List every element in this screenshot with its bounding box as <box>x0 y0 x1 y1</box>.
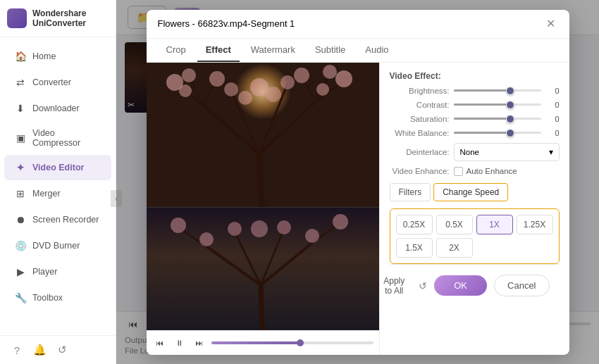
modal-tabs: Crop Effect Watermark Subtitle Audio <box>147 39 569 63</box>
contrast-fill <box>454 103 511 106</box>
sidebar-item-downloader[interactable]: ⬇ Downloader <box>4 96 111 121</box>
app-logo <box>7 8 27 28</box>
sidebar-item-merger[interactable]: ⊞ Merger <box>4 181 111 206</box>
sidebar-item-home[interactable]: 🏠 Home <box>4 44 111 69</box>
sidebar-item-converter[interactable]: ⇄ Converter <box>4 70 111 95</box>
modal-prev-button[interactable]: ⏮ <box>152 335 168 351</box>
speed-btn-2[interactable]: 2X <box>436 238 473 258</box>
white-balance-value: 0 <box>545 129 560 137</box>
tab-effect[interactable]: Effect <box>197 39 240 62</box>
video-editor-icon: ✦ <box>14 161 27 174</box>
tab-filters[interactable]: Filters <box>390 183 431 201</box>
notification-icon[interactable]: 🔔 <box>32 343 47 357</box>
reset-icon[interactable]: ↺ <box>419 280 427 291</box>
modal-playback-controls: ⏮ ⏸ ⏭ <box>147 330 379 355</box>
saturation-fill <box>454 118 511 120</box>
home-icon: 🏠 <box>14 50 27 63</box>
modal-video-section: Output Preview 00:01/00:06 <box>147 63 379 355</box>
tab-watermark[interactable]: Watermark <box>242 39 304 62</box>
saturation-value: 0 <box>545 115 560 123</box>
sidebar-item-toolbox[interactable]: 🔧 Toolbox <box>4 285 111 310</box>
auto-enhance-label: Auto Enhance <box>467 167 517 175</box>
modal-title: Flowers - 66823v.mp4-Segment 1 <box>158 18 295 29</box>
speed-btn-05[interactable]: 0.5X <box>436 215 473 234</box>
sidebar-item-dvd-burner[interactable]: 💿 DVD Burner <box>4 233 111 258</box>
refresh-icon[interactable]: ↺ <box>55 343 69 357</box>
modal-next-button[interactable]: ⏭ <box>192 335 207 351</box>
saturation-row: Saturation: 0 <box>390 115 560 123</box>
svg-point-18 <box>294 68 309 83</box>
contrast-slider[interactable] <box>454 103 541 106</box>
sidebar-item-screen-recorder[interactable]: ⏺ Screen Recorder <box>4 207 111 232</box>
modal-close-button[interactable]: ✕ <box>544 17 558 31</box>
white-balance-row: White Balance: 0 <box>390 129 560 137</box>
contrast-value: 0 <box>545 101 560 109</box>
modal-progress-bar[interactable] <box>211 341 373 344</box>
sidebar-item-player-label: Player <box>32 267 57 277</box>
tab-audio[interactable]: Audio <box>357 39 397 62</box>
tab-subtitle[interactable]: Subtitle <box>307 39 354 62</box>
svg-point-32 <box>199 232 214 246</box>
speed-btn-15[interactable]: 1.5X <box>396 238 433 258</box>
sidebar-nav: 🏠 Home ⇄ Converter ⬇ Downloader ▣ Video … <box>0 37 116 335</box>
deinterlace-row: Deinterlace: None ▾ <box>390 143 560 161</box>
deinterlace-select[interactable]: None ▾ <box>454 143 560 161</box>
modal-progress-fill <box>211 341 301 344</box>
deinterlace-value: None <box>460 148 480 156</box>
apply-to-all-label: Apply to All <box>383 276 405 296</box>
brightness-thumb[interactable] <box>506 87 514 95</box>
speed-btn-025[interactable]: 0.25X <box>396 215 433 234</box>
svg-point-12 <box>182 68 196 82</box>
white-balance-thumb[interactable] <box>506 129 514 137</box>
svg-point-19 <box>316 83 329 96</box>
sidebar-header: Wondershare UniConverter <box>0 0 116 37</box>
svg-line-0 <box>259 154 263 208</box>
sidebar-item-converter-label: Converter <box>32 77 71 87</box>
help-icon[interactable]: ? <box>10 343 24 357</box>
video-effect-title: Video Effect: <box>390 71 560 81</box>
ok-button[interactable]: OK <box>434 275 487 296</box>
svg-point-34 <box>333 214 348 230</box>
svg-point-23 <box>266 87 281 102</box>
tab-crop[interactable]: Crop <box>158 39 194 62</box>
contrast-thumb[interactable] <box>506 101 514 109</box>
tab-change-speed[interactable]: Change Speed <box>433 183 508 201</box>
modal-pause-button[interactable]: ⏸ <box>172 335 187 351</box>
modal-footer: Apply to All ↺ OK Cancel <box>390 264 560 307</box>
white-balance-slider[interactable] <box>454 132 541 134</box>
saturation-slider[interactable] <box>454 118 541 120</box>
speed-btn-125[interactable]: 1.25X <box>517 215 553 234</box>
video-enhance-row: Video Enhance: Auto Enhance <box>390 167 560 176</box>
svg-point-15 <box>224 82 238 96</box>
sidebar-item-downloader-label: Downloader <box>32 103 80 113</box>
svg-point-31 <box>171 218 186 233</box>
tree-svg-2 <box>147 208 379 330</box>
converter-icon: ⇄ <box>14 76 27 89</box>
svg-line-1 <box>203 105 259 154</box>
sidebar-item-toolbox-label: Toolbox <box>32 293 63 303</box>
brightness-slider[interactable] <box>454 89 541 92</box>
sidebar: Wondershare UniConverter 🏠 Home ⇄ Conver… <box>0 0 116 364</box>
app-title: Wondershare UniConverter <box>32 8 109 28</box>
video-enhance-label: Video Enhance: <box>390 167 450 175</box>
merger-icon: ⊞ <box>14 187 27 200</box>
sidebar-item-video-editor[interactable]: ✦ Video Editor <box>4 155 111 180</box>
sidebar-footer: ? 🔔 ↺ <box>0 335 116 364</box>
svg-point-33 <box>228 222 242 236</box>
sidebar-item-video-compressor[interactable]: ▣ Video Compressor <box>4 122 111 154</box>
cancel-button[interactable]: Cancel <box>494 275 549 296</box>
filter-tabs: Filters Change Speed <box>390 183 560 201</box>
edit-modal: Flowers - 66823v.mp4-Segment 1 ✕ Crop Ef… <box>147 10 569 355</box>
sidebar-item-home-label: Home <box>32 51 56 61</box>
apply-to-all-button[interactable]: Apply to All <box>379 272 412 300</box>
modal-body: Output Preview 00:01/00:06 <box>147 63 569 355</box>
brightness-value: 0 <box>545 87 560 95</box>
sidebar-item-player[interactable]: ▶ Player <box>4 259 111 284</box>
auto-enhance-checkbox[interactable] <box>454 167 463 176</box>
modal-header: Flowers - 66823v.mp4-Segment 1 ✕ <box>147 10 569 39</box>
modal-video-bottom <box>147 207 379 330</box>
saturation-thumb[interactable] <box>506 115 514 123</box>
speed-btn-1[interactable]: 1X <box>476 215 513 234</box>
svg-point-14 <box>179 84 192 97</box>
brightness-label: Brightness: <box>390 87 450 95</box>
